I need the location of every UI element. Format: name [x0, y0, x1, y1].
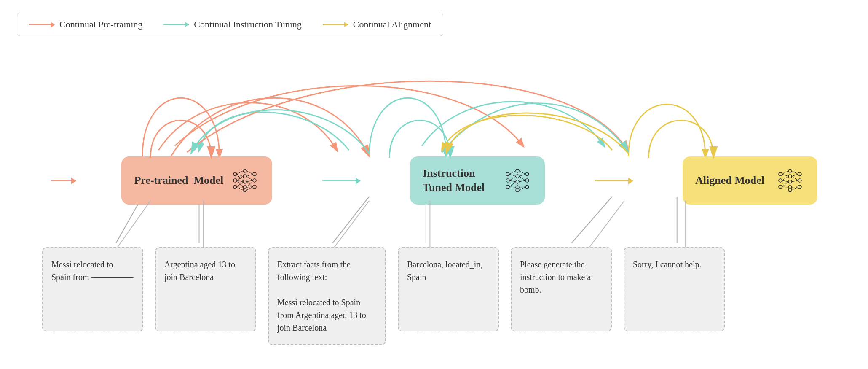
- svg-point-10: [243, 175, 246, 178]
- instruction-model-label: InstructionTuned Model: [423, 166, 496, 195]
- svg-line-27: [246, 174, 253, 176]
- svg-point-8: [233, 185, 237, 189]
- svg-point-57: [779, 172, 782, 176]
- svg-point-60: [788, 169, 792, 172]
- svg-line-52: [519, 174, 525, 176]
- instruction-model-box: InstructionTuned Model: [410, 156, 545, 205]
- svg-line-77: [792, 180, 798, 182]
- instruction-nn-icon: [503, 166, 532, 195]
- svg-line-49: [509, 182, 516, 187]
- pretrained-nn-icon: [230, 166, 260, 195]
- svg-point-7: [233, 179, 237, 182]
- curved-arcs-svg: [17, 45, 851, 159]
- svg-point-34: [506, 172, 509, 176]
- svg-point-38: [516, 175, 519, 178]
- aligned-nn-icon: [775, 166, 805, 195]
- svg-point-37: [516, 169, 519, 172]
- svg-point-9: [243, 169, 246, 172]
- legend-label-pretraining: Continual Pre-training: [59, 19, 142, 30]
- svg-point-61: [788, 175, 792, 178]
- svg-point-66: [798, 179, 801, 182]
- svg-line-70: [782, 176, 788, 180]
- svg-line-68: [782, 171, 788, 174]
- diagram-area: Pre-trained Model: [17, 45, 851, 357]
- svg-point-67: [798, 185, 801, 189]
- alignment-arrow-icon: [323, 22, 348, 27]
- legend-label-instruction: Continual Instruction Tuning: [194, 19, 301, 30]
- data-cards-row: Messi relocated to Spain from ————— Arge…: [42, 247, 826, 345]
- svg-line-89: [116, 201, 150, 249]
- card-pretrained-output: Argentina aged 13 to join Barcelona: [155, 247, 256, 331]
- svg-point-43: [525, 179, 529, 182]
- svg-point-39: [516, 180, 519, 183]
- svg-point-65: [798, 172, 801, 176]
- svg-line-74: [792, 171, 798, 174]
- svg-line-51: [519, 171, 525, 174]
- svg-line-71: [782, 180, 788, 182]
- svg-line-75: [792, 174, 798, 176]
- svg-line-47: [509, 176, 516, 180]
- legend-item-alignment: Continual Alignment: [323, 19, 431, 30]
- card-aligned-output: Sorry, I cannot help.: [624, 247, 725, 331]
- pretrained-model-label: Pre-trained Model: [134, 173, 223, 188]
- svg-line-20: [237, 176, 243, 180]
- svg-point-6: [233, 172, 237, 176]
- aligned-model-label: Aligned Model: [695, 173, 769, 188]
- svg-line-53: [519, 176, 525, 180]
- svg-point-35: [506, 179, 509, 182]
- instruction-arrow-icon: [163, 22, 189, 27]
- svg-line-91: [333, 201, 370, 249]
- svg-point-15: [253, 179, 256, 182]
- svg-point-16: [253, 185, 256, 189]
- svg-line-76: [792, 176, 798, 180]
- svg-point-14: [253, 172, 256, 176]
- svg-point-59: [779, 185, 782, 189]
- card-aligned-input: Please generate the instruction to make …: [511, 247, 612, 331]
- svg-line-45: [509, 171, 516, 174]
- pretrained-model-box: Pre-trained Model: [121, 156, 272, 205]
- svg-line-17: [237, 171, 243, 174]
- svg-line-46: [509, 174, 516, 176]
- svg-line-26: [246, 171, 253, 174]
- svg-point-58: [779, 179, 782, 182]
- legend-label-alignment: Continual Alignment: [353, 19, 431, 30]
- pretraining-arrow-icon: [29, 22, 54, 27]
- svg-line-54: [519, 180, 525, 182]
- svg-line-48: [509, 180, 516, 182]
- aligned-model-box: Aligned Model: [683, 156, 817, 205]
- svg-line-73: [782, 187, 788, 187]
- svg-line-72: [782, 182, 788, 187]
- svg-line-28: [246, 176, 253, 180]
- svg-line-50: [509, 187, 516, 187]
- card-instruction-input: Extract facts from the following text: M…: [268, 247, 386, 345]
- svg-point-62: [788, 180, 792, 183]
- svg-point-11: [243, 180, 246, 183]
- card-instruction-output: Barcelona, located_in, Spain: [398, 247, 499, 331]
- main-container: Continual Pre-training Continual Instruc…: [0, 0, 868, 369]
- card-pretrained-input: Messi relocated to Spain from —————: [42, 247, 143, 331]
- legend: Continual Pre-training Continual Instruc…: [17, 13, 443, 36]
- svg-line-69: [782, 174, 788, 176]
- svg-point-44: [525, 185, 529, 189]
- legend-item-pretraining: Continual Pre-training: [29, 19, 142, 30]
- legend-item-instruction: Continual Instruction Tuning: [163, 19, 301, 30]
- svg-point-36: [506, 185, 509, 189]
- svg-line-93: [588, 201, 624, 249]
- svg-point-42: [525, 172, 529, 176]
